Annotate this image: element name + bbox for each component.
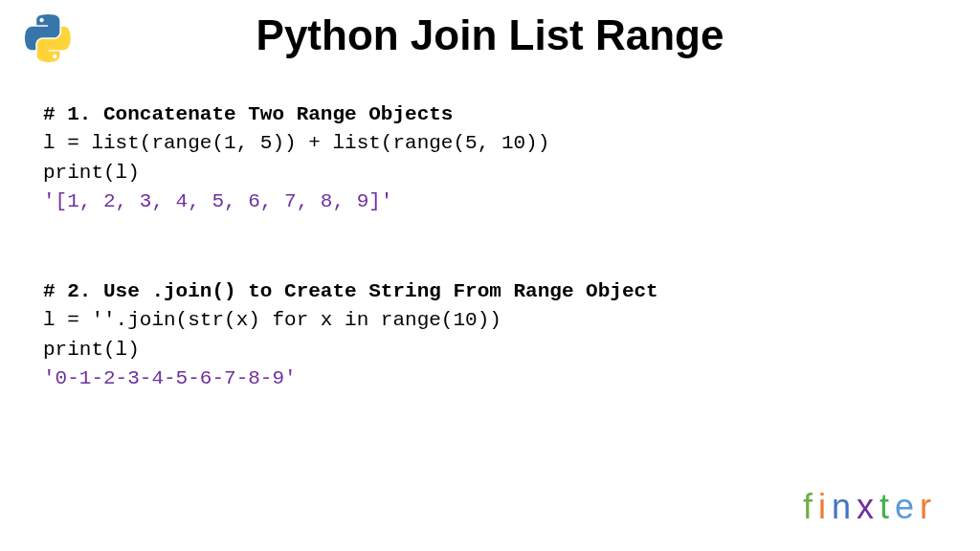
code-line: print(l)	[43, 159, 549, 187]
page-title: Python Join List Range	[0, 11, 980, 59]
code-comment-1: # 1. Concatenate Two Range Objects	[43, 100, 549, 129]
brand-logo: finxter	[803, 487, 937, 527]
brand-letter: i	[818, 487, 832, 527]
code-line: print(l)	[43, 336, 658, 364]
brand-letter: n	[832, 487, 857, 527]
code-line: l = ''.join(str(x) for x in range(10))	[43, 306, 658, 335]
code-output-1: '[1, 2, 3, 4, 5, 6, 7, 8, 9]'	[43, 187, 549, 216]
code-block-1: # 1. Concatenate Two Range Objects l = l…	[43, 100, 549, 217]
brand-letter: t	[880, 487, 895, 527]
brand-letter: r	[920, 487, 937, 527]
code-line: l = list(range(1, 5)) + list(range(5, 10…	[43, 129, 549, 158]
code-comment-2: # 2. Use .join() to Create String From R…	[43, 277, 658, 306]
brand-letter: f	[803, 487, 818, 527]
code-output-2: '0-1-2-3-4-5-6-7-8-9'	[43, 364, 658, 393]
code-block-2: # 2. Use .join() to Create String From R…	[43, 277, 658, 394]
brand-letter: e	[895, 487, 920, 527]
brand-letter: x	[857, 487, 880, 527]
